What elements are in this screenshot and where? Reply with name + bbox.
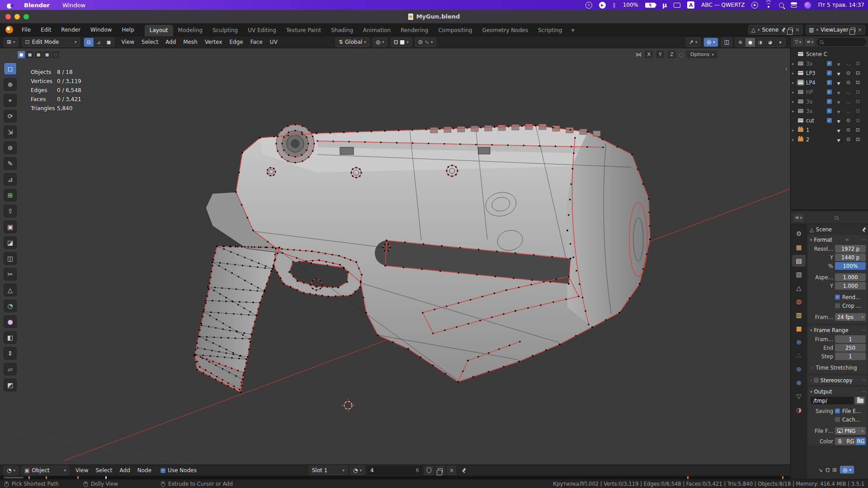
outliner-root-row[interactable]: Scene C bbox=[791, 49, 868, 59]
workspace-tab-sculpting[interactable]: Sculpting bbox=[208, 25, 243, 36]
workspace-tab-rendering[interactable]: Rendering bbox=[396, 25, 433, 36]
expand-icon[interactable]: ▸ bbox=[792, 99, 798, 104]
loop-cut-tool[interactable]: ◫ bbox=[4, 252, 17, 265]
shader-menu-node[interactable]: Node bbox=[134, 466, 155, 475]
app-menu-window[interactable]: Window bbox=[62, 2, 85, 9]
outliner-row[interactable]: cut✓▶⊙⊡ bbox=[791, 116, 868, 125]
move-tool[interactable]: ⌖ bbox=[4, 94, 17, 107]
input-source-icon[interactable]: A bbox=[687, 1, 694, 9]
properties-tab-world[interactable]: ◍ bbox=[792, 296, 806, 307]
outliner-row[interactable]: ▸LP4✓▶⊙⊡ bbox=[791, 78, 868, 87]
selectable-toggle[interactable]: ▶ bbox=[834, 78, 844, 87]
render-visibility-toggle[interactable]: ⊡ bbox=[853, 108, 863, 114]
topbar-menu-window[interactable]: Window bbox=[86, 25, 116, 34]
expand-icon[interactable]: ▸ bbox=[792, 80, 798, 85]
resolution-x-field[interactable]: 1972 p bbox=[835, 245, 866, 253]
mode-dropdown[interactable]: ⊡ Edit Mode ▾ bbox=[22, 38, 80, 47]
topbar-menu-file[interactable]: File bbox=[18, 25, 35, 34]
shader-menu-add[interactable]: Add bbox=[116, 466, 134, 475]
material-users-count[interactable]: 6 bbox=[415, 467, 419, 474]
poly-build-tool[interactable]: △ bbox=[4, 284, 17, 296]
time-stretching-subpanel[interactable]: › Time Stretching bbox=[808, 363, 868, 372]
shader-type-dropdown[interactable]: ▣ Object ▾ bbox=[21, 466, 69, 475]
format-panel-header[interactable]: ▾ Format ≡ ···· bbox=[808, 235, 868, 244]
browse-material-button[interactable]: ◔ ▾ bbox=[350, 465, 365, 475]
workspace-tab-geometry-nodes[interactable]: Geometry Nodes bbox=[477, 25, 533, 36]
properties-tab-material[interactable]: ◑ bbox=[792, 404, 806, 416]
selectable-toggle[interactable]: ▶ bbox=[834, 116, 844, 125]
shader-menu-select[interactable]: Select bbox=[92, 466, 116, 475]
visibility-toggle[interactable]: ◡ bbox=[844, 108, 853, 114]
use-nodes-checkbox[interactable]: ✓ bbox=[160, 468, 165, 473]
gizmo-toggle[interactable]: ↗ ▾ bbox=[686, 38, 701, 47]
expand-icon[interactable]: ▸ bbox=[792, 128, 798, 132]
editor-type-button[interactable]: ◔ ▾ bbox=[4, 466, 19, 475]
wifi-icon[interactable] bbox=[765, 2, 772, 8]
visibility-toggle[interactable]: ⊙ bbox=[844, 127, 853, 133]
options-dropdown[interactable]: Options▾ bbox=[686, 50, 718, 59]
properties-tab-object[interactable]: ■ bbox=[792, 323, 806, 334]
mirror-y-toggle[interactable]: Y bbox=[656, 50, 665, 59]
outliner-row[interactable]: ▸За✓▶◡⊡ bbox=[791, 59, 868, 68]
shear-tool[interactable]: ▱ bbox=[4, 363, 17, 375]
collection-checkbox[interactable]: ✓ bbox=[824, 118, 834, 122]
aspect-x-field[interactable]: 1.000 bbox=[835, 273, 866, 281]
annotate-tool[interactable]: ✎ bbox=[4, 157, 17, 170]
collection-checkbox[interactable]: ✓ bbox=[824, 71, 834, 75]
snap-magnet-icon[interactable]: Ω bbox=[826, 467, 830, 473]
editor-overlays-toggle[interactable]: ◎▾ bbox=[840, 465, 854, 474]
stereoscopy-checkbox[interactable] bbox=[814, 378, 819, 383]
file-extensions-checkbox[interactable]: ✓ bbox=[835, 408, 840, 413]
properties-tab-output[interactable]: ▤ bbox=[792, 255, 806, 267]
aspect-y-field[interactable]: 1.000 bbox=[835, 282, 866, 290]
input-source-label[interactable]: ABC — QWERTZ bbox=[701, 2, 745, 8]
pin-material-icon[interactable] bbox=[461, 467, 467, 474]
mirror-z-toggle[interactable]: Z bbox=[667, 50, 676, 59]
outliner-display-mode-button[interactable]: ≡ ▾ bbox=[805, 38, 815, 46]
snap-controls[interactable]: Ω ■ ▾ bbox=[391, 38, 412, 47]
close-window-button[interactable] bbox=[5, 14, 11, 19]
display-icon[interactable] bbox=[674, 3, 680, 8]
rip-region-tool[interactable]: ◩ bbox=[4, 379, 17, 391]
render-visibility-toggle[interactable]: ⊡ bbox=[853, 117, 863, 123]
viewport-menu-mesh[interactable]: Mesh bbox=[179, 38, 201, 47]
shader-menu-view[interactable]: View bbox=[72, 466, 92, 475]
utorrent-icon[interactable]: µ bbox=[662, 1, 667, 9]
color-rgba-button[interactable]: RG bbox=[856, 437, 866, 445]
shading-dropdown-icon[interactable]: ▾ bbox=[775, 38, 785, 47]
cursor-tool[interactable]: ⊕ bbox=[4, 78, 17, 91]
viewport-menu-face[interactable]: Face bbox=[247, 38, 266, 47]
visibility-toggle[interactable]: ◡ bbox=[844, 89, 853, 95]
properties-tab-tool[interactable]: ⚙ bbox=[792, 228, 806, 239]
render-visibility-toggle[interactable]: ⊡ bbox=[853, 127, 863, 133]
workspace-tab-modeling[interactable]: Modeling bbox=[173, 25, 208, 36]
workspace-tab-texture-paint[interactable]: Texture Paint bbox=[281, 25, 326, 36]
topbar-menu-help[interactable]: Help bbox=[118, 25, 138, 34]
collection-checkbox[interactable]: ✓ bbox=[824, 99, 834, 103]
pivot-point-dropdown[interactable]: ◎ ▾ bbox=[373, 38, 387, 47]
properties-editor-type-button[interactable]: ≡ ▾ bbox=[793, 214, 804, 222]
cache-result-checkbox[interactable] bbox=[835, 417, 840, 422]
properties-tab-modifiers[interactable]: ⊛ bbox=[792, 336, 806, 348]
blender-logo-icon[interactable] bbox=[5, 26, 13, 33]
properties-tab-view-layer[interactable]: ▧ bbox=[792, 268, 806, 280]
visibility-toggle[interactable]: ◡ bbox=[844, 99, 853, 104]
rotate-tool[interactable]: ⟳ bbox=[4, 110, 17, 122]
transform-orientation-dropdown[interactable]: ⇅ Global ▾ bbox=[335, 38, 369, 47]
outliner-row[interactable]: ▸LP3✓▶⊙⊡ bbox=[791, 68, 868, 78]
region-collapse-icon[interactable]: ‹ bbox=[785, 65, 788, 72]
visibility-toggle[interactable]: ⊙ bbox=[844, 70, 853, 76]
expand-icon[interactable]: ▸ bbox=[792, 90, 798, 94]
menubar-clock[interactable]: Пт 5 трав. 14:37 bbox=[818, 2, 864, 8]
selectable-toggle[interactable]: ▶ bbox=[834, 135, 844, 144]
topbar-menu-edit[interactable]: Edit bbox=[37, 25, 55, 34]
material-slot-dropdown[interactable]: Slot 1▾ bbox=[309, 465, 348, 475]
resolution-y-field[interactable]: 1440 p bbox=[835, 253, 866, 261]
render-visibility-toggle[interactable]: ⊡ bbox=[853, 89, 863, 95]
xray-toggle[interactable]: ◫ bbox=[721, 38, 732, 47]
play-circle-icon[interactable]: ▶ bbox=[751, 2, 758, 9]
frame-range-panel-header[interactable]: ▾ Frame Range ···· bbox=[808, 325, 868, 335]
bluetooth-off-icon[interactable]: ᛒ bbox=[613, 2, 616, 9]
extrude-region-tool[interactable]: ⇧ bbox=[4, 205, 17, 217]
visibility-toggle[interactable]: ⊙ bbox=[844, 80, 853, 85]
